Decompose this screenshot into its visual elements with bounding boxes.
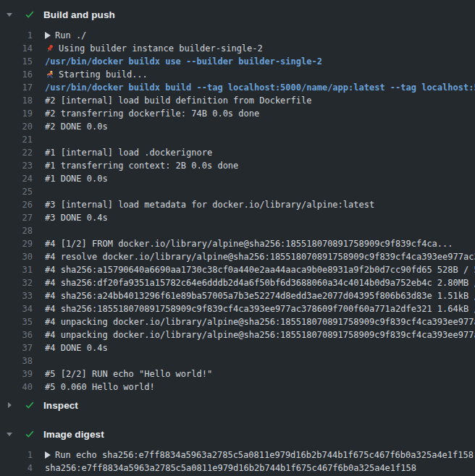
line-content: #4 unpacking docker.io/library/alpine@sh…: [45, 317, 475, 327]
line-number[interactable]: 32: [0, 278, 33, 288]
line-content: #4 sha256:a15790640a6690aa1730c38cf0a440…: [45, 265, 475, 275]
step-header-build-and-push[interactable]: Build and push: [0, 6, 475, 23]
line-text: /usr/bin/docker buildx use --builder bui…: [45, 56, 322, 67]
log-line: 23#1 transferring context: 2B 0.0s done: [0, 159, 475, 172]
line-text: Run ./: [55, 30, 86, 41]
line-content: #4 resolve docker.io/library/alpine@sha2…: [45, 252, 475, 262]
line-number[interactable]: 37: [0, 343, 33, 353]
check-icon: [25, 9, 38, 20]
line-text: #4 sha256:a24bb4013296f61e89ba57005a7b3e…: [45, 291, 475, 301]
line-number[interactable]: 1: [0, 30, 33, 41]
line-number[interactable]: 39: [0, 369, 33, 379]
line-text: #4 unpacking docker.io/library/alpine@sh…: [45, 330, 475, 340]
line-number[interactable]: 27: [0, 213, 33, 223]
line-number[interactable]: 21: [0, 135, 33, 145]
line-content: /usr/bin/docker buildx build --tag local…: [45, 82, 475, 93]
log-line: 21: [0, 133, 475, 146]
log-sections: Build and push1Run ./14Using builder ins…: [0, 6, 475, 475]
log-line: 4sha256:e7ff8834a5963a2785c5a0811e979d16…: [0, 462, 475, 475]
log-line: 18#2 [internal] load build definition fr…: [0, 94, 475, 107]
log-line: 30#4 resolve docker.io/library/alpine@sh…: [0, 250, 475, 263]
line-number[interactable]: 19: [0, 109, 33, 119]
log-line: 27#3 DONE 0.4s: [0, 211, 475, 224]
line-number[interactable]: 29: [0, 239, 33, 249]
log-line: 28: [0, 224, 475, 237]
line-number[interactable]: 18: [0, 95, 33, 106]
line-number[interactable]: 1: [0, 450, 33, 460]
log-group-line[interactable]: 1Run ./: [0, 29, 475, 42]
line-number[interactable]: 40: [0, 382, 33, 392]
line-content: #4 sha256:a24bb4013296f61e89ba57005a7b3e…: [45, 291, 475, 301]
line-number[interactable]: 36: [0, 330, 33, 340]
log-line: 14Using builder instance builder-single-…: [0, 42, 475, 55]
log-line: 17/usr/bin/docker buildx build --tag loc…: [0, 81, 475, 94]
line-text: #4 DONE 0.4s: [45, 343, 108, 353]
line-text: #1 [internal] load .dockerignore: [45, 148, 212, 158]
line-text: #4 sha256:df20fa9351a15782c64e6dddb2d4a6…: [45, 278, 475, 288]
step-header-image-digest[interactable]: Image digest: [0, 425, 475, 443]
step-title: Build and push: [43, 9, 115, 20]
line-content: #4 [1/2] FROM docker.io/library/alpine@s…: [45, 239, 453, 249]
log-line: 37#4 DONE 0.4s: [0, 341, 475, 354]
log-line: 36#4 unpacking docker.io/library/alpine@…: [0, 328, 475, 341]
line-number[interactable]: 30: [0, 252, 33, 262]
line-number[interactable]: 31: [0, 265, 33, 275]
line-number[interactable]: 25: [0, 187, 33, 197]
line-content: Using builder instance builder-single-2: [45, 43, 263, 54]
line-text: sha256:e7ff8834a5963a2785c5a0811e979d16b…: [45, 463, 416, 473]
line-content: #3 [internal] load metadata for docker.i…: [45, 200, 374, 210]
play-icon: [45, 451, 51, 459]
line-text: /usr/bin/docker buildx build --tag local…: [45, 82, 475, 93]
line-number[interactable]: 28: [0, 226, 33, 236]
line-content: #3 DONE 0.4s: [45, 213, 108, 223]
line-number[interactable]: 23: [0, 161, 33, 171]
step-log-image-digest: 1Run echo sha256:e7ff8834a5963a2785c5a08…: [0, 449, 475, 475]
step-header-inspect[interactable]: Inspect: [0, 396, 475, 414]
line-text: #5 0.060 Hello world!: [45, 382, 155, 392]
line-content: #4 DONE 0.4s: [45, 343, 108, 353]
line-number[interactable]: 34: [0, 304, 33, 314]
line-text: Starting build...: [59, 69, 148, 80]
line-number[interactable]: 14: [0, 43, 33, 54]
line-number[interactable]: 20: [0, 122, 33, 132]
line-content: #2 transferring dockerfile: 74B 0.0s don…: [45, 109, 259, 119]
log-line: 16Starting build...: [0, 68, 475, 81]
line-content: #5 0.060 Hello world!: [45, 382, 155, 392]
line-content: Starting build...: [45, 69, 148, 80]
log-line: 35#4 unpacking docker.io/library/alpine@…: [0, 315, 475, 328]
line-text: #5 [2/2] RUN echo "Hello world!": [45, 369, 212, 379]
line-text: #4 resolve docker.io/library/alpine@sha2…: [45, 252, 475, 262]
line-number[interactable]: 17: [0, 82, 33, 93]
line-content: sha256:e7ff8834a5963a2785c5a0811e979d16b…: [45, 463, 416, 473]
line-number[interactable]: 24: [0, 174, 33, 184]
line-text: #1 transferring context: 2B 0.0s done: [45, 161, 238, 171]
line-number[interactable]: 15: [0, 56, 33, 67]
line-content: #4 sha256:185518070891758909c9f839cf4ca3…: [45, 304, 475, 314]
line-content: /usr/bin/docker buildx use --builder bui…: [45, 56, 322, 67]
log-line: 20#2 DONE 0.0s: [0, 120, 475, 133]
log-group-line[interactable]: 1Run echo sha256:e7ff8834a5963a2785c5a08…: [0, 449, 475, 462]
log-line: 19#2 transferring dockerfile: 74B 0.0s d…: [0, 107, 475, 120]
step-title: Image digest: [43, 429, 104, 440]
line-number[interactable]: 16: [0, 69, 33, 80]
line-text: #4 [1/2] FROM docker.io/library/alpine@s…: [45, 239, 453, 249]
line-number[interactable]: 22: [0, 148, 33, 158]
step-title: Inspect: [43, 400, 78, 411]
pushpin-icon: [45, 44, 54, 54]
line-number[interactable]: 35: [0, 317, 33, 327]
line-number[interactable]: 4: [0, 463, 33, 473]
log-line: 15/usr/bin/docker buildx use --builder b…: [0, 55, 475, 68]
line-text: #4 sha256:185518070891758909c9f839cf4ca3…: [45, 304, 475, 314]
log-line: 38: [0, 354, 475, 367]
line-number[interactable]: 33: [0, 291, 33, 301]
step-log-build-and-push: 1Run ./14Using builder instance builder-…: [0, 29, 475, 394]
line-content: #4 unpacking docker.io/library/alpine@sh…: [45, 330, 475, 340]
line-text: Using builder instance builder-single-2: [59, 43, 263, 54]
play-icon: [45, 32, 51, 39]
line-number[interactable]: 26: [0, 200, 33, 210]
line-number[interactable]: 38: [0, 356, 33, 366]
line-text: Run echo sha256:e7ff8834a5963a2785c5a081…: [55, 450, 474, 460]
line-content: #1 DONE 0.0s: [45, 174, 108, 184]
line-content: #4 sha256:df20fa9351a15782c64e6dddb2d4a6…: [45, 278, 475, 288]
line-content: #1 [internal] load .dockerignore: [45, 148, 212, 158]
